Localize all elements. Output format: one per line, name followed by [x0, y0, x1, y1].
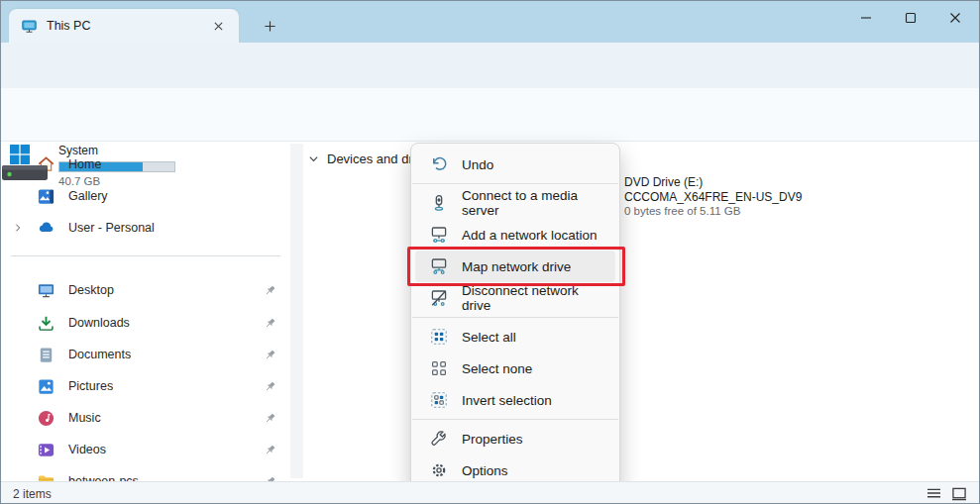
sidebar-item-label: Documents	[68, 348, 264, 361]
menu-separator	[412, 419, 618, 420]
sidebar-item-label: Pictures	[68, 379, 264, 393]
folder-icon	[37, 472, 55, 482]
tab-title: This PC	[47, 19, 207, 33]
menu-item-add-network-location[interactable]: Add a network location	[415, 219, 615, 251]
menu-item-disconnect-network-drive[interactable]: Disconnect network drive	[415, 282, 615, 314]
details-view-icon[interactable]	[926, 487, 941, 500]
invert-selection-icon	[429, 390, 449, 410]
menu-separator	[412, 317, 618, 318]
minimize-button[interactable]	[844, 1, 888, 35]
sidebar-item-label: Home	[68, 157, 284, 171]
sidebar-item-label: Desktop	[68, 283, 264, 297]
pin-icon	[264, 317, 276, 330]
titlebar: This PC	[1, 1, 979, 43]
dvd-volume-label: CCCOMA_X64FRE_EN-US_DV9	[624, 190, 802, 205]
undo-icon	[429, 154, 449, 174]
sidebar-scrollbar-track[interactable]	[290, 144, 303, 478]
onedrive-cloud-icon	[37, 219, 55, 238]
sidebar-divider	[11, 255, 280, 256]
see-more-context-menu: Undo Connect to a media server Add a net…	[410, 143, 620, 492]
pictures-icon	[37, 377, 55, 396]
menu-item-label: Properties	[462, 432, 523, 447]
menu-item-select-all[interactable]: Select all	[415, 321, 615, 353]
address-row: This PC	[1, 43, 979, 88]
menu-item-undo[interactable]: Undo	[415, 149, 615, 180]
pin-icon	[264, 284, 276, 297]
wrench-icon	[429, 429, 449, 449]
file-explorer-window: This PC	[0, 0, 980, 504]
sidebar-item-label: between-pcs	[68, 474, 264, 481]
statusbar: 2 items	[1, 481, 979, 504]
pin-icon	[264, 444, 276, 456]
tab-close-icon[interactable]	[207, 15, 229, 37]
videos-icon	[37, 441, 55, 459]
sidebar-item-label: Music	[68, 411, 264, 425]
documents-icon	[37, 346, 55, 364]
music-icon	[37, 409, 55, 428]
chevron-expanded-icon[interactable]	[308, 153, 319, 164]
pin-icon	[264, 412, 276, 425]
sidebar-item-downloads[interactable]: Downloads	[7, 307, 284, 339]
dvd-free-space: 0 bytes free of 5.11 GB	[624, 204, 802, 219]
pin-icon	[264, 380, 276, 393]
sidebar-item-onedrive-personal[interactable]: User - Personal	[7, 212, 284, 244]
items-count: 2 items	[13, 487, 926, 501]
large-thumbnails-view-icon[interactable]	[951, 487, 967, 501]
select-all-icon	[429, 327, 449, 347]
close-button[interactable]	[933, 1, 977, 35]
menu-item-invert-selection[interactable]: Invert selection	[415, 384, 615, 416]
sidebar-item-label: User - Personal	[68, 221, 284, 235]
menu-item-label: Disconnect network drive	[462, 283, 603, 313]
downloads-icon	[37, 314, 55, 333]
tab-this-pc[interactable]: This PC	[9, 9, 239, 43]
monitor-icon	[21, 18, 38, 35]
menu-item-map-network-drive[interactable]: Map network drive	[415, 251, 615, 282]
select-none-icon	[429, 358, 449, 378]
sidebar-item-music[interactable]: Music	[7, 402, 284, 434]
sidebar-item-label: Downloads	[68, 316, 264, 330]
sidebar-item-videos[interactable]: Videos	[7, 434, 284, 465]
menu-item-select-none[interactable]: Select none	[415, 353, 615, 384]
menu-item-label: Select all	[462, 330, 516, 345]
maximize-button[interactable]	[889, 1, 932, 35]
menu-item-label: Connect to a media server	[462, 188, 603, 218]
menu-item-connect-media-server[interactable]: Connect to a media server	[415, 187, 615, 219]
menu-item-label: Map network drive	[462, 259, 571, 274]
menu-item-label: Invert selection	[462, 393, 552, 408]
sidebar-item-label: Gallery	[68, 189, 284, 203]
menu-item-properties[interactable]: Properties	[415, 423, 615, 454]
menu-item-label: Options	[462, 463, 508, 478]
menu-item-label: Select none	[462, 361, 532, 376]
menu-item-label: Add a network location	[462, 228, 598, 243]
gear-icon	[429, 460, 449, 480]
sidebar-item-desktop[interactable]: Desktop	[7, 274, 284, 306]
add-network-location-icon	[429, 225, 449, 245]
hard-drive-windows-icon	[1, 144, 51, 183]
sidebar-item-documents[interactable]: Documents	[7, 339, 284, 370]
sidebar-item-between-pcs[interactable]: between-pcs	[7, 465, 284, 481]
sidebar-item-gallery[interactable]: Gallery	[7, 180, 284, 212]
map-network-drive-icon	[429, 256, 449, 276]
toolbar: New Sort	[1, 88, 979, 142]
disconnect-network-drive-icon	[429, 288, 449, 308]
sidebar-item-label: Videos	[68, 443, 264, 456]
media-server-icon	[429, 193, 449, 213]
sidebar-item-pictures[interactable]: Pictures	[7, 370, 284, 402]
menu-separator	[412, 183, 618, 184]
dvd-drive-name: DVD Drive (E:)	[624, 175, 802, 190]
gallery-icon	[37, 187, 55, 206]
pin-icon	[264, 349, 276, 361]
menu-item-label: Undo	[462, 157, 493, 172]
new-tab-button[interactable]	[257, 14, 282, 38]
drive-tile-dvd[interactable]: DVD Drive (E:) CCCOMA_X64FRE_EN-US_DV9 0…	[624, 175, 802, 219]
desktop-icon	[37, 281, 55, 300]
